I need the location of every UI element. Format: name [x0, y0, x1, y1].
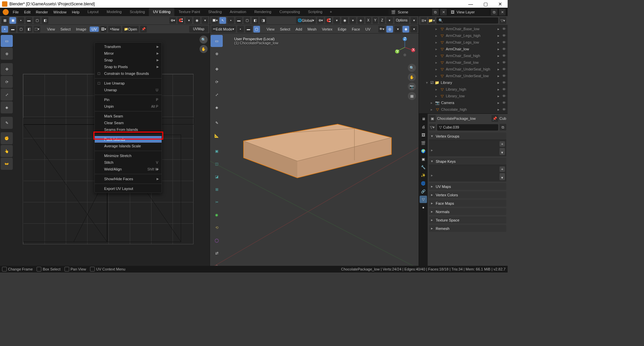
- outliner-item[interactable]: ▸▽ArmChair_low▸👁: [419, 46, 508, 52]
- vp-menu-view[interactable]: View: [265, 27, 277, 31]
- uv-menu-item-constrain-to-image-bounds[interactable]: Constrain to Image Bounds☐: [95, 70, 162, 77]
- menu-help[interactable]: Help: [69, 9, 82, 15]
- uv-menu-item-mark-seam[interactable]: Mark Seam: [95, 113, 162, 119]
- props-breadcrumb-icon[interactable]: ▣: [429, 115, 436, 122]
- outliner-item[interactable]: ▸▽ArmChair_Seat_high▸👁: [419, 52, 508, 59]
- eye-icon[interactable]: 👁: [502, 34, 506, 38]
- scene-name-input[interactable]: [398, 10, 428, 14]
- outliner-item[interactable]: ▸▽ArmChair_UnderSeat_low▸👁: [419, 72, 508, 79]
- uv-editor-area[interactable]: ▭ ⊕ ✥ ⟳ ⤢ ◈ ✎ ✊ 👆 👐 🔍 ✋: [0, 34, 210, 266]
- vp-seledit-edge[interactable]: ▬: [245, 26, 252, 33]
- uv-selmode-face[interactable]: ▢: [34, 17, 40, 24]
- vp-menu-add[interactable]: Add: [294, 27, 304, 31]
- outliner-filter-button[interactable]: ▽▾: [500, 17, 506, 24]
- outliner-item[interactable]: ▸▽ArmChair_UnderSeat_high▸👁: [419, 66, 508, 72]
- uv-sel-edge[interactable]: ▬: [9, 26, 16, 33]
- tab-compositing[interactable]: Compositing: [275, 8, 304, 16]
- uv-sel-vert[interactable]: ▪: [1, 26, 8, 33]
- vp-menu-uv[interactable]: UV: [363, 27, 373, 31]
- props-datablock-icon[interactable]: ▽▾: [429, 124, 436, 131]
- vp-selmode-extra2[interactable]: ◨: [260, 17, 266, 24]
- outliner-item[interactable]: ▸📷Camera▸👁: [419, 99, 508, 106]
- uv-image-browse[interactable]: 🖼▾: [100, 26, 107, 33]
- tool-relax[interactable]: 👆: [1, 145, 13, 157]
- menu-render[interactable]: Render: [33, 9, 51, 15]
- vp-overlays-toggle[interactable]: ◉: [402, 26, 409, 33]
- uv-editor-type-button[interactable]: ▦: [1, 17, 8, 24]
- uv-menu-item-seams-from-islands[interactable]: Seams From Islands: [95, 126, 162, 133]
- tool-cursor[interactable]: ⊕: [1, 48, 13, 60]
- tab-sculpting[interactable]: Sculpting: [126, 8, 149, 16]
- vp-options-dd[interactable]: ▾: [411, 17, 417, 24]
- vp-gizmos-toggle[interactable]: ◎: [386, 26, 393, 33]
- viewlayer-selector[interactable]: 🖼: [448, 9, 489, 15]
- uvmap-selector[interactable]: UVMap: [189, 26, 208, 33]
- vp-visibility[interactable]: 👁▾: [378, 26, 385, 33]
- close-button[interactable]: ✕: [493, 0, 508, 8]
- ptab-modifier[interactable]: 🔧: [420, 163, 427, 171]
- vp-menu-face[interactable]: Face: [350, 27, 362, 31]
- uv-menu-item-pack-islands[interactable]: Pack Islands: [95, 136, 162, 143]
- eye-icon[interactable]: 👁: [502, 60, 506, 65]
- uv-menu-item-snap[interactable]: Snap▶: [95, 57, 162, 63]
- outliner-item[interactable]: ▸▽ArmChair_Seat_low▸👁: [419, 59, 508, 66]
- uv-menu-view[interactable]: View: [45, 27, 57, 31]
- arrow-icon[interactable]: ▸: [496, 54, 501, 58]
- mesh-data-users[interactable]: ⧉: [500, 124, 506, 131]
- eye-icon[interactable]: 👁: [502, 27, 506, 31]
- propedit-type[interactable]: ▾: [349, 17, 356, 24]
- ptab-output[interactable]: 🖨: [420, 123, 427, 131]
- arrow-icon[interactable]: ▸: [496, 74, 501, 78]
- vp-selmode-extra1[interactable]: ◧: [252, 17, 258, 24]
- props-pin-button[interactable]: 📌: [491, 115, 498, 122]
- scene-selector[interactable]: 🎬: [388, 9, 431, 15]
- arrow-icon[interactable]: ▸: [496, 101, 501, 105]
- scene-delete-button[interactable]: ✕: [440, 9, 447, 15]
- ptab-object[interactable]: ▣: [420, 155, 427, 163]
- menu-window[interactable]: Window: [51, 9, 69, 15]
- mirror-z[interactable]: Z: [379, 17, 385, 24]
- uv-selmode-island[interactable]: ◧: [42, 17, 48, 24]
- outliner-list[interactable]: ▸▽ArmChair_Base_low▸👁▸▽ArmChair_Legs_hig…: [419, 25, 508, 113]
- eye-icon[interactable]: 👁: [502, 107, 506, 112]
- vp-gizmos-dd[interactable]: ▾: [394, 26, 401, 33]
- pivot-selector[interactable]: ⊕▾: [317, 17, 324, 24]
- uv-menu-item-clear-seam[interactable]: Clear Seam: [95, 119, 162, 126]
- viewport-3d-area[interactable]: ▭ ⊕ ✥ ⟳ ⤢ ◈ ✎ 📐 ▣ ◫ ◪ ⊞ ✂ ◉ ⟲ ◯ ⇄ ◇: [210, 34, 419, 266]
- tool-scale[interactable]: ⤢: [1, 89, 13, 101]
- snap-toggle[interactable]: 🧲: [325, 17, 332, 24]
- uv-menu-item-unpin[interactable]: UnpinAlt P: [95, 103, 162, 110]
- uv-snap-type[interactable]: ▾: [185, 17, 192, 24]
- tab-uv-editing[interactable]: UV Editing: [149, 8, 174, 16]
- specials-button[interactable]: ▾: [500, 150, 505, 155]
- tool-pinch[interactable]: 👐: [1, 158, 13, 170]
- uv-menu-item-mirror[interactable]: Mirror▶: [95, 50, 162, 57]
- ptab-constraint[interactable]: 🔗: [420, 188, 427, 195]
- vp-overlays-dd[interactable]: ▾: [411, 26, 417, 33]
- maximize-button[interactable]: ▢: [478, 0, 493, 8]
- uv-menu-item-average-islands-scale[interactable]: Average Islands Scale: [95, 143, 162, 149]
- ptab-particle[interactable]: ✨: [420, 171, 427, 179]
- add-button[interactable]: +: [500, 141, 505, 147]
- uv-sel-island[interactable]: ◧: [26, 26, 32, 33]
- ptab-render[interactable]: 🖥: [420, 115, 427, 122]
- eye-icon[interactable]: 👁: [502, 47, 506, 51]
- tool-select-box[interactable]: ▭: [1, 35, 13, 47]
- outliner-item[interactable]: ▸▽ArmChair_Base_low▸👁: [419, 26, 508, 32]
- arrow-icon[interactable]: ▸: [496, 107, 501, 112]
- arrow-icon[interactable]: ▸: [496, 67, 501, 71]
- uv-menu-item-stitch[interactable]: StitchV: [95, 159, 162, 166]
- menu-edit[interactable]: Edit: [22, 9, 33, 15]
- vp-options[interactable]: Options: [394, 17, 409, 24]
- specials-button[interactable]: ▾: [500, 175, 505, 180]
- viewlayer-delete-button[interactable]: ✕: [499, 9, 506, 15]
- uv-snap-toggle[interactable]: 🧲: [177, 17, 184, 24]
- outliner-item[interactable]: ▾☑ 📁Library▸👁: [419, 79, 508, 86]
- uv-pan-button[interactable]: ✋: [200, 45, 208, 53]
- tool-transform[interactable]: ◈: [1, 101, 13, 113]
- uv-sync-button[interactable]: ▣: [9, 17, 16, 24]
- eye-icon[interactable]: 👁: [502, 74, 506, 78]
- eye-icon[interactable]: 👁: [502, 87, 506, 92]
- arrow-icon[interactable]: ▸: [496, 94, 501, 98]
- propedit-toggle[interactable]: ◉: [341, 17, 348, 24]
